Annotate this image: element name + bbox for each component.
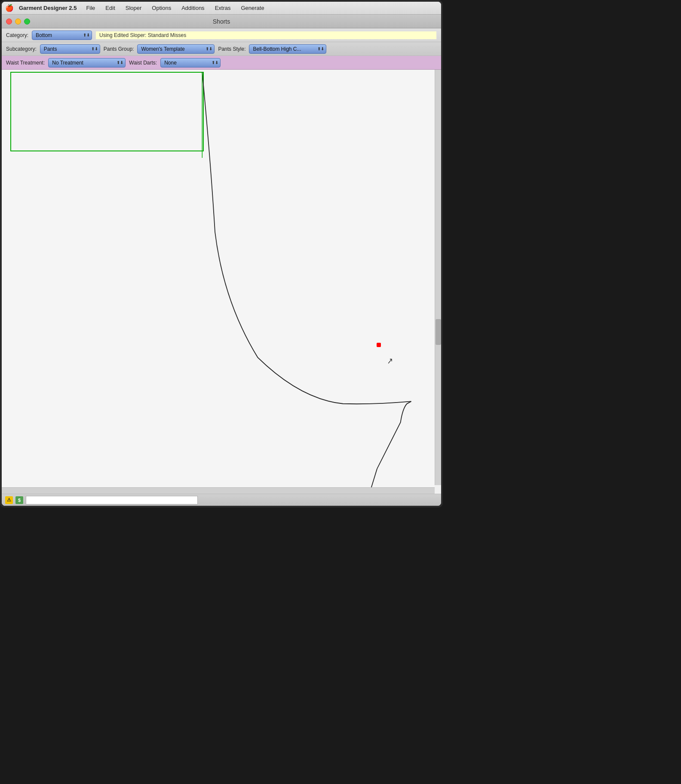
scrollbar-thumb-v[interactable] [436, 319, 441, 345]
toolbar-row-category: Category: Bottom ⬆⬇ Using Edited Sloper:… [2, 28, 441, 42]
menu-bar: 🍎 Garment Designer 2.5 File Edit Sloper … [2, 2, 441, 15]
sloper-info: Using Edited Sloper: Standard Misses [95, 31, 437, 40]
window-inner: 🍎 Garment Designer 2.5 File Edit Sloper … [2, 2, 441, 506]
apple-icon[interactable]: 🍎 [5, 4, 14, 12]
control-point[interactable] [377, 343, 381, 347]
canvas-area[interactable]: ↖ [2, 70, 441, 494]
subcategory-dropdown[interactable]: Pants ⬆⬇ [40, 44, 100, 54]
drawing-canvas[interactable]: ↖ [2, 70, 435, 487]
menu-generate[interactable]: Generate [236, 3, 268, 12]
menu-edit[interactable]: Edit [101, 3, 119, 12]
pants-style-dropdown-arrow: ⬆⬇ [317, 46, 324, 51]
close-button[interactable] [6, 18, 12, 25]
pants-group-dropdown-arrow: ⬆⬇ [206, 46, 212, 51]
status-bar: ⚠ $ [2, 494, 441, 506]
waist-darts-dropdown-arrow: ⬆⬇ [212, 60, 218, 65]
menu-extras[interactable]: Extras [211, 3, 235, 12]
waist-darts-dropdown[interactable]: None ⬆⬇ [160, 58, 221, 68]
pants-group-dropdown[interactable]: Women's Template ⬆⬇ [137, 44, 215, 54]
traffic-lights [6, 18, 30, 25]
pants-style-value: Bell-Bottom High C... [253, 46, 301, 52]
pants-group-value: Women's Template [141, 46, 184, 52]
category-dropdown-arrow: ⬆⬇ [83, 33, 90, 37]
window-titlebar: Shorts [2, 15, 441, 28]
waist-treatment-dropdown[interactable]: No Treatment ⬆⬇ [48, 58, 126, 68]
maximize-button[interactable] [24, 18, 30, 25]
pants-style-label: Pants Style: [218, 46, 245, 52]
waist-treatment-label: Waist Treatment: [6, 60, 45, 66]
waist-darts-value: None [164, 60, 177, 66]
pants-style-dropdown[interactable]: Bell-Bottom High C... ⬆⬇ [249, 44, 326, 54]
toolbar-row-waist: Waist Treatment: No Treatment ⬆⬇ Waist D… [2, 56, 441, 70]
dollar-icon[interactable]: $ [15, 496, 23, 504]
menu-sloper[interactable]: Sloper [121, 3, 146, 12]
menu-additions[interactable]: Additions [177, 3, 209, 12]
pants-group-label: Pants Group: [104, 46, 134, 52]
waist-treatment-value: No Treatment [52, 60, 83, 66]
minimize-button[interactable] [15, 18, 21, 25]
category-label: Category: [6, 32, 28, 38]
toolbar-row-subcategory: Subcategory: Pants ⬆⬇ Pants Group: Women… [2, 42, 441, 56]
category-value: Bottom [36, 32, 52, 38]
status-text-field[interactable] [26, 496, 198, 504]
pattern-svg [2, 70, 435, 487]
subcategory-label: Subcategory: [6, 46, 37, 52]
subcategory-value: Pants [44, 46, 57, 52]
warning-icon[interactable]: ⚠ [5, 496, 13, 504]
horizontal-scrollbar[interactable] [2, 487, 435, 494]
window-title: Shorts [213, 18, 230, 25]
menu-options[interactable]: Options [147, 3, 175, 12]
waist-treatment-dropdown-arrow: ⬆⬇ [117, 60, 123, 65]
waist-darts-label: Waist Darts: [129, 60, 157, 66]
subcategory-dropdown-arrow: ⬆⬇ [91, 46, 98, 51]
app-name-menu: Garment Designer 2.5 [19, 5, 77, 11]
category-dropdown[interactable]: Bottom ⬆⬇ [32, 31, 92, 40]
vertical-scrollbar[interactable] [435, 70, 441, 485]
window-frame: 🍎 Garment Designer 2.5 File Edit Sloper … [0, 0, 443, 507]
menu-file[interactable]: File [82, 3, 99, 12]
